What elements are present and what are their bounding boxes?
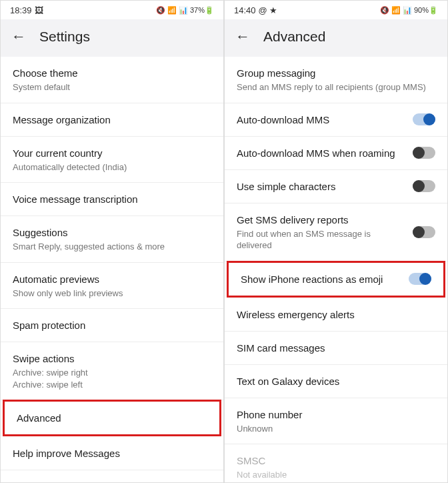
setting-title: Get SMS delivery reports	[237, 213, 405, 227]
status-icons-left: @ ★	[259, 5, 278, 15]
toggle-switch[interactable]	[413, 147, 435, 159]
setting-title: Choose theme	[13, 66, 211, 80]
setting-text: Choose themeSystem default	[13, 66, 211, 93]
status-time: 18:39	[10, 5, 32, 15]
setting-title: Group messaging	[237, 66, 435, 80]
setting-text: Advanced	[17, 411, 207, 425]
setting-title: About, terms & privacy	[13, 480, 211, 482]
setting-text: Swipe actionsArchive: swipe right Archiv…	[13, 352, 211, 390]
setting-text: Voice message transcription	[13, 192, 211, 206]
header: ← Advanced	[225, 19, 447, 57]
status-bar: 18:39 🖼 🔇 📶 📊 37%🔋	[1, 1, 223, 19]
setting-item-message-organization[interactable]: Message organization	[1, 103, 223, 137]
setting-title: Voice message transcription	[13, 192, 211, 206]
setting-title: Wireless emergency alerts	[237, 308, 435, 322]
setting-item-text-on-galaxy-devices[interactable]: Text on Galaxy devices	[225, 365, 447, 398]
setting-text: Text on Galaxy devices	[237, 374, 435, 388]
status-icons-right: 🔇 📶 📊 37%🔋	[156, 6, 214, 15]
setting-text: Get SMS delivery reportsFind out when an…	[237, 213, 405, 252]
setting-item-use-simple-characters[interactable]: Use simple characters	[225, 170, 447, 203]
setting-title: Message organization	[13, 113, 211, 127]
setting-text: Phone numberUnknown	[237, 408, 435, 435]
setting-item-swipe-actions[interactable]: Swipe actionsArchive: swipe right Archiv…	[1, 342, 223, 400]
setting-item-automatic-previews[interactable]: Automatic previewsShow only web link pre…	[1, 263, 223, 310]
setting-item-advanced[interactable]: Advanced	[3, 400, 221, 436]
status-icons-left: 🖼	[35, 5, 43, 15]
setting-title: Suggestions	[13, 225, 211, 239]
setting-title: Swipe actions	[13, 352, 211, 366]
page-title: Advanced	[263, 29, 325, 45]
setting-title: Automatic previews	[13, 272, 211, 286]
setting-text: About, terms & privacy	[13, 480, 211, 482]
setting-title: Auto-download MMS when roaming	[237, 146, 405, 160]
setting-title: Use simple characters	[237, 179, 405, 193]
setting-text: Help improve Messages	[13, 446, 211, 460]
setting-text: SMSCNot available	[237, 454, 435, 481]
setting-item-about-terms-privacy[interactable]: About, terms & privacy	[1, 470, 223, 482]
setting-text: Wireless emergency alerts	[237, 308, 435, 322]
setting-text: Spam protection	[13, 318, 211, 332]
setting-item-choose-theme[interactable]: Choose themeSystem default	[1, 57, 223, 103]
toggle-switch[interactable]	[413, 180, 435, 192]
setting-item-show-iphone-reactions-as-emoji[interactable]: Show iPhone reactions as emoji	[227, 261, 445, 298]
setting-subtitle: Find out when an SMS message is delivere…	[237, 228, 405, 252]
setting-item-voice-message-transcription[interactable]: Voice message transcription	[1, 183, 223, 216]
setting-item-get-sms-delivery-reports[interactable]: Get SMS delivery reportsFind out when an…	[225, 203, 447, 262]
setting-item-sim-card-messages[interactable]: SIM card messages	[225, 332, 447, 365]
setting-text: Your current countryAutomatically detect…	[13, 146, 211, 173]
setting-subtitle: Send an MMS reply to all recipients (gro…	[237, 81, 435, 93]
setting-item-wireless-emergency-alerts[interactable]: Wireless emergency alerts	[225, 298, 447, 332]
setting-title: Help improve Messages	[13, 446, 211, 460]
setting-text: Use simple characters	[237, 179, 405, 193]
setting-item-your-current-country[interactable]: Your current countryAutomatically detect…	[1, 137, 223, 183]
setting-title: Spam protection	[13, 318, 211, 332]
setting-subtitle: Unknown	[237, 423, 435, 435]
header: ← Settings	[1, 19, 223, 57]
setting-text: Auto-download MMS	[237, 113, 405, 127]
status-icons-right: 🔇 📶 📊 90%🔋	[380, 6, 438, 15]
back-arrow-icon[interactable]: ←	[11, 29, 26, 44]
settings-list: Choose themeSystem defaultMessage organi…	[1, 57, 223, 482]
setting-subtitle: Smart Reply, suggested actions & more	[13, 241, 211, 253]
toggle-switch[interactable]	[413, 113, 435, 125]
setting-item-auto-download-mms-when-roaming[interactable]: Auto-download MMS when roaming	[225, 137, 447, 170]
setting-title: Show iPhone reactions as emoji	[241, 272, 401, 286]
setting-item-spam-protection[interactable]: Spam protection	[1, 309, 223, 342]
page-title: Settings	[39, 29, 90, 45]
setting-item-group-messaging[interactable]: Group messagingSend an MMS reply to all …	[225, 57, 447, 103]
setting-title: Your current country	[13, 146, 211, 160]
setting-title: Advanced	[17, 411, 207, 425]
setting-title: Auto-download MMS	[237, 113, 405, 127]
setting-text: Show iPhone reactions as emoji	[241, 272, 401, 286]
status-bar: 14:40 @ ★ 🔇 📶 📊 90%🔋	[225, 1, 447, 19]
setting-item-help-improve-messages[interactable]: Help improve Messages	[1, 437, 223, 470]
setting-subtitle: Not available	[237, 469, 435, 481]
setting-subtitle: System default	[13, 81, 211, 93]
setting-item-phone-number[interactable]: Phone numberUnknown	[225, 398, 447, 445]
setting-text: SuggestionsSmart Reply, suggested action…	[13, 225, 211, 253]
setting-title: Phone number	[237, 408, 435, 422]
back-arrow-icon[interactable]: ←	[235, 29, 250, 44]
setting-text: Automatic previewsShow only web link pre…	[13, 272, 211, 300]
advanced-list: Group messagingSend an MMS reply to all …	[225, 57, 447, 482]
setting-item-smsc[interactable]: SMSCNot available	[225, 444, 447, 482]
setting-title: SIM card messages	[237, 341, 435, 355]
setting-text: Message organization	[13, 113, 211, 127]
setting-item-suggestions[interactable]: SuggestionsSmart Reply, suggested action…	[1, 216, 223, 263]
left-screen: 18:39 🖼 🔇 📶 📊 37%🔋 ← Settings Choose the…	[0, 0, 224, 483]
setting-text: Auto-download MMS when roaming	[237, 146, 405, 160]
toggle-switch[interactable]	[409, 273, 431, 285]
setting-text: SIM card messages	[237, 341, 435, 355]
setting-title: SMSC	[237, 454, 435, 468]
setting-subtitle: Archive: swipe right Archive: swipe left	[13, 367, 211, 390]
setting-item-auto-download-mms[interactable]: Auto-download MMS	[225, 103, 447, 137]
setting-title: Text on Galaxy devices	[237, 374, 435, 388]
status-time: 14:40	[234, 5, 256, 15]
right-screen: 14:40 @ ★ 🔇 📶 📊 90%🔋 ← Advanced Group me…	[224, 0, 448, 483]
toggle-switch[interactable]	[413, 226, 435, 238]
setting-text: Group messagingSend an MMS reply to all …	[237, 66, 435, 93]
setting-subtitle: Automatically detected (India)	[13, 161, 211, 173]
setting-subtitle: Show only web link previews	[13, 288, 211, 300]
